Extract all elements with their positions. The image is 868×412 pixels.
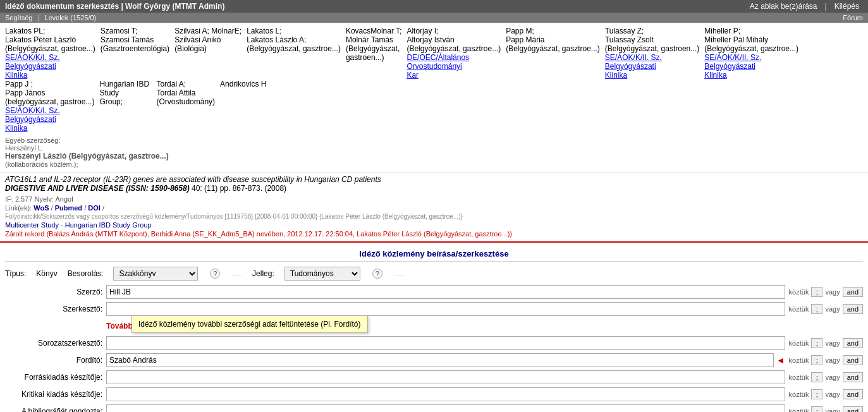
- author-dept: (Orvostudomány): [156, 97, 215, 106]
- bibliografiat-sep-btn[interactable]: ;: [811, 406, 822, 412]
- szerkeszto-label: Szerkesztő:: [5, 305, 106, 313]
- forraskiadas-and-btn[interactable]: and: [843, 372, 863, 382]
- author-dept: (belgyógyászat, gastroe...): [5, 97, 94, 106]
- kritikai-sep-btn[interactable]: ;: [811, 389, 822, 399]
- top-bar: Idéző dokumentum szerkesztés | Wolf Györ…: [0, 0, 868, 13]
- author-full: Molnár Tamás: [346, 35, 401, 44]
- author-short: Lakatos PL;: [5, 27, 95, 35]
- multicenter-row: Multicenter Study - Hungarian IBD Study …: [5, 221, 863, 229]
- forraskiadas-row: Forráskiadás készítője: köztük ; vagy an…: [5, 370, 863, 385]
- fordito-vagy-label: vagy: [825, 356, 840, 364]
- forum-link[interactable]: Fórum: [843, 14, 863, 21]
- author-affil[interactable]: SE/ÁOK/K/II. Sz.BelgyógyászatiKlinika: [605, 53, 699, 80]
- author-col: Miheller P; Miheller Pál Mihály (Belgyóg…: [704, 27, 804, 80]
- jelleg-select[interactable]: Tudományos Ismeretterjesztő Egyéb: [284, 267, 360, 281]
- author-affil[interactable]: SE/ÁOK/K/I. Sz.BelgyógyászatiKlinika: [5, 53, 95, 80]
- szerkeszto-input-area: köztük ; vagy and: [106, 302, 863, 316]
- author-short3: Group;: [99, 97, 151, 106]
- author-short: KovacsMolnar T;: [346, 27, 401, 35]
- author-affil[interactable]: DE/OEC/ÁltalánosOrvostudományiKar: [406, 53, 501, 80]
- article-title: ATG16L1 and IL-23 receptor (IL-23R) gene…: [5, 175, 381, 184]
- wos-link[interactable]: WoS: [34, 204, 49, 212]
- author-full: Altorjay István: [406, 35, 501, 44]
- fordito-input-area: ◄ köztük ; vagy and: [106, 353, 863, 367]
- author-short: Lakatos L;: [247, 27, 341, 35]
- kritikai-input[interactable]: [106, 387, 785, 401]
- az-ablak-link[interactable]: Az ablak be(z)árása: [746, 2, 821, 11]
- kritikai-and-btn[interactable]: and: [843, 389, 863, 399]
- author-dept: (Biológia): [174, 44, 241, 53]
- author-dept: (Belgyógyászat, gasztroe...): [506, 44, 600, 53]
- author-col: Hungarian IBD Study Group;: [99, 80, 156, 133]
- if-value: IF: 2.577: [5, 195, 32, 203]
- author-short: Hungarian IBD: [99, 80, 151, 88]
- author-col: Szamosi T; Szamosi Tamás (Gasztroenterol…: [101, 27, 174, 80]
- fordito-input[interactable]: [106, 353, 774, 367]
- levelek-link[interactable]: Levelek (1525/0): [44, 14, 96, 21]
- sorozatszerkeszto-input[interactable]: [106, 336, 785, 350]
- tovabb-link[interactable]: További szerzőségek>>: [106, 322, 191, 330]
- jelleg-help-icon[interactable]: ?: [372, 269, 382, 279]
- sub-nav: Segítség | Levelek (1525/0) Fórum: [0, 13, 868, 23]
- szerzo-sep-btn[interactable]: ;: [811, 287, 822, 297]
- article-title-section: ATG16L1 and IL-23 receptor (IL-23R) gene…: [0, 173, 868, 194]
- author-col: Papp J ; Papp János (belgyógyászat, gast…: [5, 80, 99, 133]
- szerkeszto-sep-btn[interactable]: ;: [811, 304, 822, 314]
- szerkeszto-koztuk: köztük: [789, 305, 809, 313]
- szerzo-row: Szerző: köztük ; vagy and: [5, 284, 863, 300]
- author-short: Papp J ;: [5, 80, 94, 88]
- jelleg-dots: ......: [394, 270, 405, 277]
- sorozatszerkeszto-sep-btn[interactable]: ;: [811, 338, 822, 348]
- szerzo-input[interactable]: [106, 285, 785, 299]
- besorolas-help-icon[interactable]: ?: [210, 269, 220, 279]
- bibliografiat-input-area: köztük ; vagy and: [106, 404, 863, 412]
- besorolas-select[interactable]: Szakkönyv Tudományos könyv Egyéb: [113, 267, 198, 281]
- kritikai-input-area: köztük ; vagy and: [106, 387, 863, 401]
- author-affil[interactable]: SE/ÁOK/K/II. Sz.BelgyógyászatiKlinika: [704, 53, 798, 80]
- fordito-arrow-icon: ◄: [776, 355, 785, 365]
- author-short: Tordai A;: [156, 80, 215, 88]
- bibliografiat-and-btn[interactable]: and: [843, 406, 863, 412]
- forraskiadas-input[interactable]: [106, 370, 785, 384]
- tovabb-input-area: További szerzőségek>> Idéző közlemény to…: [106, 322, 863, 330]
- article-volume-text: 40: (11) pp. 867-873.: [192, 184, 262, 193]
- szerkeszto-and-btn[interactable]: and: [843, 304, 863, 314]
- segitseg-link[interactable]: Segítség: [5, 14, 32, 21]
- forraskiadas-sep-btn[interactable]: ;: [811, 372, 822, 382]
- fordito-and-btn[interactable]: and: [843, 355, 863, 365]
- sorozatszerkeszto-koztuk: köztük: [789, 339, 809, 347]
- szerzo-and-btn[interactable]: and: [843, 287, 863, 297]
- forraskiadas-label: Forráskiadás készítője:: [5, 373, 106, 382]
- forraskiadas-vagy-label: vagy: [825, 373, 840, 381]
- forraskiadas-koztuk: köztük: [789, 373, 809, 381]
- szerkeszto-input[interactable]: [106, 302, 785, 316]
- kilepas-link[interactable]: Kilépés: [831, 2, 863, 11]
- kritikai-koztuk: köztük: [789, 391, 809, 398]
- authors-table: Lakatos PL; Lakatos Péter László (Belgyó…: [5, 27, 863, 133]
- egyeb-name-2: Herszényi László (Belgyógyászat, gasztro…: [5, 152, 169, 161]
- collab-label: (kollaborációs közlem.);: [5, 161, 78, 168]
- article-year: (2008): [264, 184, 286, 193]
- form-section: Idéző közlemény beírása/szerkesztése Típ…: [0, 245, 868, 412]
- pubmed-link[interactable]: Pubmed: [55, 204, 82, 212]
- author-full: Lakatos László A;: [247, 35, 341, 44]
- path-row: Folyóiratcikk/Sokszerzős vagy csoportos …: [5, 213, 863, 220]
- doi-link[interactable]: DOI: [88, 204, 101, 212]
- sorozatszerkeszto-and-btn[interactable]: and: [843, 338, 863, 348]
- bibliografiat-input[interactable]: [106, 404, 785, 412]
- sorozatszerkeszto-input-area: köztük ; vagy and: [106, 336, 863, 350]
- tovabb-row: További szerzőségek>> Idéző közlemény to…: [5, 318, 863, 334]
- egyeb-szerzoseg-label: Egyéb szerzőség:: [5, 136, 60, 144]
- author-col: Altorjay I; Altorjay István (Belgyógyász…: [406, 27, 506, 80]
- author-col: Tulassay Z; Tulassay Zsolt (Belgyógyásza…: [605, 27, 704, 80]
- fordito-sep-btn[interactable]: ;: [811, 355, 822, 365]
- author-dept: (Belgyógyászat, gastroe...): [5, 44, 95, 53]
- top-bar-title: Idéző dokumentum szerkesztés | Wolf Györ…: [5, 2, 224, 11]
- author-dept: (Gasztroenterológia): [101, 44, 169, 53]
- tipus-value: Könyv: [36, 269, 57, 278]
- author-short: Szamosi T;: [101, 27, 169, 35]
- author-affil[interactable]: SE/ÁOK/K/I. Sz.BelgyógyászatiKlinika: [5, 106, 94, 133]
- author-col: Tordai A; Tordai Attila (Orvostudomány): [156, 80, 220, 133]
- author-full: Tordai Attila: [156, 88, 215, 97]
- zart-row: Zárolt rekord (Balázs András (MTMT Közpo…: [5, 230, 863, 238]
